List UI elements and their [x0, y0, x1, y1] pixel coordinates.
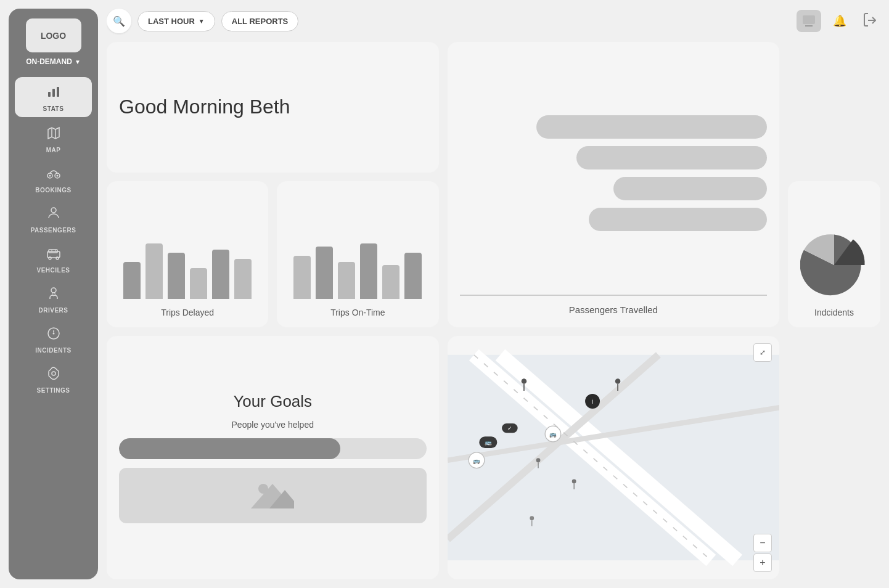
chart-bar [338, 262, 355, 299]
trips-delayed-chart [119, 231, 256, 299]
passengers-bars [460, 57, 768, 290]
zoom-in-button[interactable]: + [753, 553, 772, 572]
map-view: 🚌 🚌 🚌 ✓ i [448, 336, 780, 579]
chart-bar [382, 265, 399, 299]
svg-point-9 [51, 208, 56, 213]
goals-subtitle: People you've helped [232, 420, 314, 430]
chevron-down-icon: ▼ [199, 18, 205, 25]
sidebar-item-passengers[interactable]: PASSENGERS [9, 198, 98, 239]
avatar-button[interactable] [797, 10, 821, 32]
reports-label: ALL REPORTS [232, 17, 289, 26]
chart-axis [460, 295, 768, 296]
trips-delayed-card: Trips Delayed [107, 181, 268, 328]
svg-rect-0 [48, 92, 51, 97]
search-button[interactable]: 🔍 [107, 9, 131, 33]
svg-point-12 [49, 257, 51, 259]
time-filter-button[interactable]: LAST HOUR ▼ [137, 11, 215, 31]
svg-point-51 [530, 516, 534, 520]
svg-point-47 [536, 458, 540, 462]
svg-text:🚌: 🚌 [484, 439, 491, 446]
passengers-bar-3 [613, 177, 767, 200]
sidebar-item-label: VEHCILES [36, 267, 70, 274]
on-demand-menu[interactable]: ON-DEMAND ▼ [26, 57, 81, 66]
incidents-label: Indcidents [814, 308, 854, 317]
sidebar-item-settings[interactable]: SETTINGS [9, 359, 98, 399]
expand-icon: ⤢ [760, 348, 766, 357]
chart-bar [234, 259, 252, 299]
reports-filter-button[interactable]: ALL REPORTS [221, 11, 299, 31]
sidebar-item-vehicles[interactable]: VEHCILES [9, 239, 98, 279]
sidebar-item-stats[interactable]: STATS [15, 77, 92, 117]
sidebar-item-label: PASSENGERS [31, 227, 76, 234]
svg-point-45 [615, 378, 620, 384]
svg-point-16 [51, 288, 56, 293]
logo: LOGO [26, 18, 81, 52]
settings-icon [46, 366, 61, 385]
sidebar-item-drivers[interactable]: DRIVERS [9, 279, 98, 319]
map-zoom-controls: − + [753, 534, 772, 572]
drivers-icon [46, 286, 61, 304]
goals-image [119, 468, 427, 523]
mountain-icon [251, 478, 294, 514]
chart-bar [360, 243, 377, 299]
svg-point-7 [49, 175, 51, 177]
chart-bar [316, 247, 333, 299]
trips-ontime-label: Trips On-Time [330, 308, 385, 317]
sidebar-item-label: STATS [43, 105, 64, 112]
passengers-bar-2 [576, 146, 767, 169]
goals-title: Your Goals [233, 392, 312, 411]
svg-text:✓: ✓ [507, 425, 512, 431]
trips-ontime-card: Trips On-Time [277, 181, 438, 328]
map-expand-button[interactable]: ⤢ [753, 343, 772, 362]
trips-delayed-label: Trips Delayed [161, 308, 214, 317]
goals-card: Your Goals People you've helped [107, 336, 439, 579]
chevron-down-icon: ▼ [75, 59, 81, 65]
topbar-right: 🔔 [797, 10, 880, 32]
zoom-out-button[interactable]: − [753, 534, 772, 552]
welcome-greeting: Good Morning Beth [119, 96, 290, 118]
sidebar-item-label: DRIVERS [39, 307, 68, 314]
sidebar-item-incidents[interactable]: INCIDENTS [9, 319, 98, 359]
map-icon [46, 126, 61, 144]
notifications-button[interactable]: 🔔 [829, 10, 851, 32]
svg-point-43 [521, 378, 526, 384]
passengers-card: Passengers Travelled [448, 42, 780, 327]
sidebar-item-map[interactable]: MAP [9, 118, 98, 158]
search-icon: 🔍 [113, 15, 125, 27]
map-card: 🚌 🚌 🚌 ✓ i [448, 336, 780, 579]
passengers-label: Passengers Travelled [460, 304, 768, 315]
dashboard-grid: Good Morning Beth Passengers Travelled [107, 42, 880, 579]
stats-icon [46, 84, 61, 103]
sidebar-item-label: INCIDENTS [35, 347, 71, 354]
chart-bar [168, 253, 185, 299]
incidents-icon [46, 326, 61, 345]
sidebar-item-label: SETTINGS [36, 387, 70, 394]
bell-icon: 🔔 [833, 14, 846, 28]
svg-text:i: i [591, 398, 592, 405]
logout-icon [862, 13, 876, 30]
welcome-card: Good Morning Beth [107, 42, 439, 173]
avatar-icon [802, 15, 816, 27]
sidebar-item-label: MAP [46, 147, 61, 153]
sidebar-item-bookings[interactable]: BOOKINGS [9, 158, 98, 198]
svg-text:🚌: 🚌 [473, 457, 480, 465]
svg-rect-1 [52, 89, 55, 97]
sidebar-item-label: BOOKINGS [35, 187, 71, 194]
filter-label: LAST HOUR [148, 17, 195, 26]
logout-button[interactable] [858, 10, 880, 32]
incidents-card: Indcidents [788, 181, 880, 328]
svg-point-19 [52, 333, 54, 335]
passengers-bar-1 [536, 115, 767, 139]
topbar: 🔍 LAST HOUR ▼ ALL REPORTS 🔔 [107, 9, 880, 33]
chart-bar [123, 262, 141, 299]
goals-progress-track [119, 438, 427, 459]
chart-bar [404, 253, 422, 299]
sidebar: LOGO ON-DEMAND ▼ STATS MAP [9, 9, 98, 579]
chart-bar [190, 268, 207, 299]
chart-bar [293, 256, 311, 299]
chart-bar [145, 243, 163, 299]
incidents-pie-chart [800, 231, 868, 299]
passengers-bar-4 [589, 208, 767, 231]
svg-text:🚌: 🚌 [549, 431, 556, 438]
passengers-icon [46, 206, 61, 224]
